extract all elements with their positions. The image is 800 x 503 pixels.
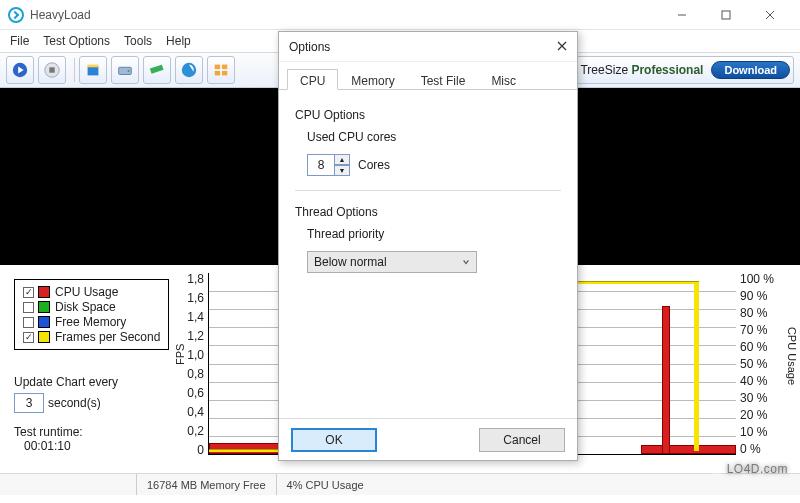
gpu-test-button[interactable] bbox=[175, 56, 203, 84]
svg-rect-6 bbox=[88, 65, 99, 68]
close-button[interactable] bbox=[748, 1, 792, 29]
tab-misc[interactable]: Misc bbox=[478, 69, 529, 90]
globe-icon bbox=[708, 459, 724, 475]
title-bar: HeavyLoad bbox=[0, 0, 800, 30]
svg-point-8 bbox=[128, 70, 130, 72]
memory-test-button[interactable] bbox=[143, 56, 171, 84]
dialog-buttons: OK Cancel bbox=[279, 418, 577, 460]
thread-options-label: Thread Options bbox=[295, 205, 561, 219]
cores-input[interactable] bbox=[307, 154, 335, 176]
status-memory: 16784 MB Memory Free bbox=[136, 474, 276, 495]
legend-fps[interactable]: ✓Frames per Second bbox=[23, 330, 160, 344]
disk-test-button[interactable] bbox=[111, 56, 139, 84]
dialog-body: CPU Options Used CPU cores ▲ ▼ Cores Thr… bbox=[279, 90, 577, 285]
tab-cpu[interactable]: CPU bbox=[287, 69, 338, 90]
maximize-button[interactable] bbox=[704, 1, 748, 29]
legend-swatch bbox=[38, 316, 50, 328]
legend: ✓CPU Usage Disk Space Free Memory ✓Frame… bbox=[14, 279, 169, 350]
legend-swatch bbox=[38, 286, 50, 298]
runtime-value: 00:01:10 bbox=[24, 439, 83, 453]
fps-axis-ticks: 1,81,61,41,21,00,80,60,40,20 bbox=[184, 273, 204, 463]
spinner-down-icon[interactable]: ▼ bbox=[334, 165, 350, 176]
svg-rect-13 bbox=[215, 71, 220, 76]
svg-rect-12 bbox=[222, 65, 227, 70]
watermark: LO4D.com bbox=[708, 459, 788, 477]
fps-series bbox=[694, 281, 699, 451]
ok-button[interactable]: OK bbox=[291, 428, 377, 452]
cpu-series bbox=[662, 306, 670, 454]
svg-rect-0 bbox=[722, 11, 730, 19]
checkbox-icon[interactable]: ✓ bbox=[23, 332, 34, 343]
thread-priority-value: Below normal bbox=[314, 255, 387, 269]
divider bbox=[295, 190, 561, 191]
dialog-tabs: CPU Memory Test File Misc bbox=[279, 62, 577, 90]
cpu-series bbox=[641, 445, 736, 454]
checkbox-icon[interactable] bbox=[23, 317, 34, 328]
legend-swatch bbox=[38, 331, 50, 343]
svg-rect-4 bbox=[49, 67, 54, 72]
cancel-button[interactable]: Cancel bbox=[479, 428, 565, 452]
svg-rect-5 bbox=[88, 66, 99, 75]
legend-cpu[interactable]: ✓CPU Usage bbox=[23, 285, 160, 299]
dialog-title-bar: Options bbox=[279, 32, 577, 62]
test-runtime: Test runtime: 00:01:10 bbox=[14, 425, 83, 453]
toolbar-separator bbox=[74, 58, 75, 82]
fps-series bbox=[209, 449, 283, 452]
menu-file[interactable]: File bbox=[10, 34, 29, 48]
dialog-title: Options bbox=[289, 40, 330, 54]
tab-test-file[interactable]: Test File bbox=[408, 69, 479, 90]
legend-disk[interactable]: Disk Space bbox=[23, 300, 160, 314]
stop-button[interactable] bbox=[38, 56, 66, 84]
svg-rect-11 bbox=[215, 65, 220, 70]
checkbox-icon[interactable] bbox=[23, 302, 34, 313]
checkbox-icon[interactable]: ✓ bbox=[23, 287, 34, 298]
runtime-label: Test runtime: bbox=[14, 425, 83, 439]
update-unit: second(s) bbox=[48, 396, 101, 410]
cpu-options-label: CPU Options bbox=[295, 108, 561, 122]
options-dialog: Options CPU Memory Test File Misc CPU Op… bbox=[278, 31, 578, 461]
cores-suffix: Cores bbox=[358, 158, 390, 172]
legend-mem[interactable]: Free Memory bbox=[23, 315, 160, 329]
app-icon bbox=[8, 7, 24, 23]
update-interval: Update Chart every second(s) bbox=[14, 375, 118, 413]
thread-priority-label: Thread priority bbox=[307, 227, 561, 241]
status-cpu: 4% CPU Usage bbox=[276, 474, 374, 495]
spinner-up-icon[interactable]: ▲ bbox=[334, 154, 350, 165]
treesize-button[interactable] bbox=[207, 56, 235, 84]
cpu-test-button[interactable] bbox=[79, 56, 107, 84]
svg-rect-9 bbox=[150, 65, 164, 74]
menu-tools[interactable]: Tools bbox=[124, 34, 152, 48]
menu-help[interactable]: Help bbox=[166, 34, 191, 48]
update-value-input[interactable] bbox=[14, 393, 44, 413]
window-title: HeavyLoad bbox=[30, 8, 660, 22]
promo-banner[interactable]: TreeSize Professional Download bbox=[549, 56, 794, 84]
used-cores-label: Used CPU cores bbox=[307, 130, 561, 144]
legend-swatch bbox=[38, 301, 50, 313]
status-bar: 16784 MB Memory Free 4% CPU Usage bbox=[0, 473, 800, 495]
thread-priority-select[interactable]: Below normal bbox=[307, 251, 477, 273]
download-button[interactable]: Download bbox=[711, 61, 790, 79]
minimize-button[interactable] bbox=[660, 1, 704, 29]
update-label: Update Chart every bbox=[14, 375, 118, 389]
cores-spinner: ▲ ▼ Cores bbox=[307, 154, 561, 176]
menu-test-options[interactable]: Test Options bbox=[43, 34, 110, 48]
tab-memory[interactable]: Memory bbox=[338, 69, 407, 90]
cpu-axis-label: CPU Usage bbox=[786, 327, 798, 385]
dialog-close-button[interactable] bbox=[557, 40, 567, 54]
svg-rect-14 bbox=[222, 71, 227, 76]
chevron-down-icon bbox=[462, 258, 470, 266]
svg-point-10 bbox=[182, 63, 196, 77]
promo-label: TreeSize Professional bbox=[580, 63, 703, 77]
cpu-axis-ticks: 100 %90 %80 %70 %60 %50 %40 %30 %20 %10 … bbox=[740, 273, 776, 460]
play-button[interactable] bbox=[6, 56, 34, 84]
